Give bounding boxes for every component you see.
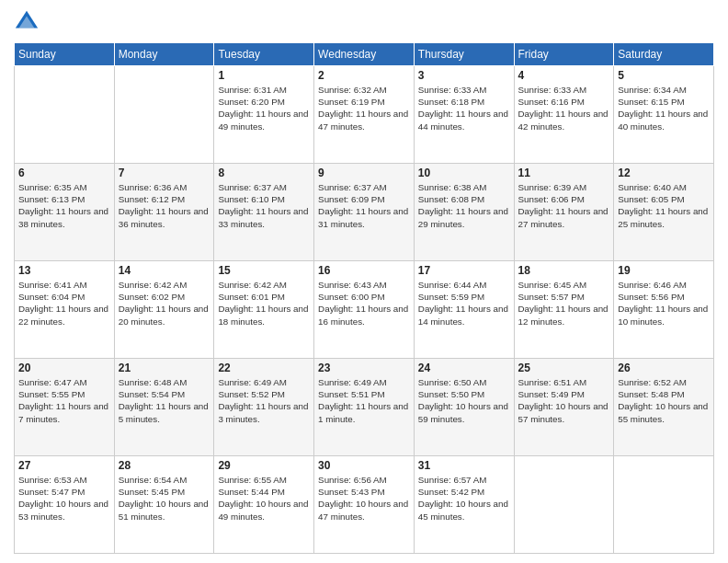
- day-number: 1: [218, 69, 310, 82]
- day-number: 9: [318, 167, 410, 179]
- day-info: Sunrise: 6:41 AM Sunset: 6:04 PM Dayligh…: [18, 279, 110, 327]
- day-info: Sunrise: 6:49 AM Sunset: 5:51 PM Dayligh…: [318, 376, 410, 425]
- calendar-cell: 31Sunrise: 6:57 AM Sunset: 5:42 PM Dayli…: [414, 456, 514, 554]
- day-info: Sunrise: 6:57 AM Sunset: 5:42 PM Dayligh…: [418, 474, 510, 523]
- calendar-cell: 21Sunrise: 6:48 AM Sunset: 5:54 PM Dayli…: [114, 359, 214, 456]
- day-number: 14: [119, 264, 210, 277]
- day-info: Sunrise: 6:50 AM Sunset: 5:50 PM Dayligh…: [418, 376, 510, 425]
- calendar-cell: 2Sunrise: 6:32 AM Sunset: 6:19 PM Daylig…: [314, 66, 415, 164]
- calendar-cell: 19Sunrise: 6:46 AM Sunset: 5:56 PM Dayli…: [614, 261, 714, 359]
- calendar-cell: 18Sunrise: 6:45 AM Sunset: 5:57 PM Dayli…: [514, 261, 614, 359]
- day-number: 3: [418, 69, 510, 82]
- calendar-cell: 8Sunrise: 6:37 AM Sunset: 6:10 PM Daylig…: [214, 164, 314, 261]
- day-number: 12: [618, 167, 710, 179]
- day-info: Sunrise: 6:49 AM Sunset: 5:52 PM Dayligh…: [218, 376, 310, 425]
- calendar-cell: 10Sunrise: 6:38 AM Sunset: 6:08 PM Dayli…: [414, 164, 514, 261]
- day-info: Sunrise: 6:37 AM Sunset: 6:09 PM Dayligh…: [318, 181, 410, 230]
- day-info: Sunrise: 6:34 AM Sunset: 6:15 PM Dayligh…: [618, 84, 710, 132]
- day-number: 4: [518, 69, 610, 82]
- day-number: 13: [18, 264, 110, 277]
- calendar-cell: 28Sunrise: 6:54 AM Sunset: 5:45 PM Dayli…: [114, 456, 214, 554]
- day-info: Sunrise: 6:52 AM Sunset: 5:48 PM Dayligh…: [618, 376, 710, 425]
- calendar-cell: 13Sunrise: 6:41 AM Sunset: 6:04 PM Dayli…: [15, 261, 115, 359]
- calendar-cell: 4Sunrise: 6:33 AM Sunset: 6:16 PM Daylig…: [514, 66, 614, 164]
- calendar-table: Sunday Monday Tuesday Wednesday Thursday…: [14, 42, 714, 554]
- day-number: 17: [418, 264, 510, 277]
- day-number: 2: [318, 69, 410, 82]
- calendar-cell: [114, 66, 214, 164]
- day-number: 30: [318, 459, 410, 472]
- day-info: Sunrise: 6:39 AM Sunset: 6:06 PM Dayligh…: [518, 181, 610, 230]
- calendar-week-4: 20Sunrise: 6:47 AM Sunset: 5:55 PM Dayli…: [15, 359, 714, 456]
- day-info: Sunrise: 6:36 AM Sunset: 6:12 PM Dayligh…: [119, 181, 210, 230]
- day-number: 24: [418, 362, 510, 374]
- day-info: Sunrise: 6:47 AM Sunset: 5:55 PM Dayligh…: [18, 376, 110, 425]
- day-number: 5: [618, 69, 710, 82]
- day-info: Sunrise: 6:45 AM Sunset: 5:57 PM Dayligh…: [518, 279, 610, 327]
- day-info: Sunrise: 6:37 AM Sunset: 6:10 PM Dayligh…: [218, 181, 310, 230]
- calendar-cell: 9Sunrise: 6:37 AM Sunset: 6:09 PM Daylig…: [314, 164, 415, 261]
- day-info: Sunrise: 6:32 AM Sunset: 6:19 PM Dayligh…: [318, 84, 410, 132]
- calendar-cell: 7Sunrise: 6:36 AM Sunset: 6:12 PM Daylig…: [114, 164, 214, 261]
- day-info: Sunrise: 6:35 AM Sunset: 6:13 PM Dayligh…: [18, 181, 110, 230]
- calendar-cell: 23Sunrise: 6:49 AM Sunset: 5:51 PM Dayli…: [314, 359, 415, 456]
- day-info: Sunrise: 6:55 AM Sunset: 5:44 PM Dayligh…: [218, 474, 310, 523]
- col-thursday: Thursday: [414, 43, 514, 66]
- day-info: Sunrise: 6:42 AM Sunset: 6:01 PM Dayligh…: [218, 279, 310, 327]
- col-saturday: Saturday: [614, 43, 714, 66]
- day-number: 16: [318, 264, 410, 277]
- day-number: 20: [18, 362, 110, 374]
- day-number: 28: [119, 459, 210, 472]
- day-info: Sunrise: 6:51 AM Sunset: 5:49 PM Dayligh…: [518, 376, 610, 425]
- day-number: 7: [119, 167, 210, 179]
- day-number: 29: [218, 459, 310, 472]
- day-info: Sunrise: 6:54 AM Sunset: 5:45 PM Dayligh…: [119, 474, 210, 523]
- logo: [14, 9, 43, 35]
- day-number: 27: [18, 459, 110, 472]
- calendar-cell: 17Sunrise: 6:44 AM Sunset: 5:59 PM Dayli…: [414, 261, 514, 359]
- day-number: 18: [518, 264, 610, 277]
- calendar-cell: [614, 456, 714, 554]
- calendar-cell: [514, 456, 614, 554]
- calendar-cell: 20Sunrise: 6:47 AM Sunset: 5:55 PM Dayli…: [15, 359, 115, 456]
- calendar-cell: 3Sunrise: 6:33 AM Sunset: 6:18 PM Daylig…: [414, 66, 514, 164]
- day-info: Sunrise: 6:33 AM Sunset: 6:16 PM Dayligh…: [518, 84, 610, 132]
- calendar-cell: 5Sunrise: 6:34 AM Sunset: 6:15 PM Daylig…: [614, 66, 714, 164]
- calendar-cell: 16Sunrise: 6:43 AM Sunset: 6:00 PM Dayli…: [314, 261, 415, 359]
- day-number: 22: [218, 362, 310, 374]
- day-number: 11: [518, 167, 610, 179]
- calendar-week-1: 1Sunrise: 6:31 AM Sunset: 6:20 PM Daylig…: [15, 66, 714, 164]
- calendar-cell: 1Sunrise: 6:31 AM Sunset: 6:20 PM Daylig…: [214, 66, 314, 164]
- day-number: 6: [18, 167, 110, 179]
- calendar-header-row: Sunday Monday Tuesday Wednesday Thursday…: [15, 43, 714, 66]
- calendar-cell: 29Sunrise: 6:55 AM Sunset: 5:44 PM Dayli…: [214, 456, 314, 554]
- col-sunday: Sunday: [15, 43, 115, 66]
- day-number: 23: [318, 362, 410, 374]
- day-number: 19: [618, 264, 710, 277]
- page: Sunday Monday Tuesday Wednesday Thursday…: [0, 0, 728, 563]
- logo-icon: [14, 9, 40, 35]
- col-monday: Monday: [114, 43, 214, 66]
- day-number: 21: [119, 362, 210, 374]
- col-friday: Friday: [514, 43, 614, 66]
- calendar-cell: 15Sunrise: 6:42 AM Sunset: 6:01 PM Dayli…: [214, 261, 314, 359]
- day-info: Sunrise: 6:56 AM Sunset: 5:43 PM Dayligh…: [318, 474, 410, 523]
- day-number: 26: [618, 362, 710, 374]
- day-info: Sunrise: 6:44 AM Sunset: 5:59 PM Dayligh…: [418, 279, 510, 327]
- day-number: 25: [518, 362, 610, 374]
- col-wednesday: Wednesday: [314, 43, 415, 66]
- calendar-cell: 25Sunrise: 6:51 AM Sunset: 5:49 PM Dayli…: [514, 359, 614, 456]
- col-tuesday: Tuesday: [214, 43, 314, 66]
- day-info: Sunrise: 6:33 AM Sunset: 6:18 PM Dayligh…: [418, 84, 510, 132]
- day-info: Sunrise: 6:38 AM Sunset: 6:08 PM Dayligh…: [418, 181, 510, 230]
- calendar-week-2: 6Sunrise: 6:35 AM Sunset: 6:13 PM Daylig…: [15, 164, 714, 261]
- calendar-week-3: 13Sunrise: 6:41 AM Sunset: 6:04 PM Dayli…: [15, 261, 714, 359]
- day-number: 10: [418, 167, 510, 179]
- day-info: Sunrise: 6:42 AM Sunset: 6:02 PM Dayligh…: [119, 279, 210, 327]
- calendar-cell: 27Sunrise: 6:53 AM Sunset: 5:47 PM Dayli…: [15, 456, 115, 554]
- calendar-cell: 6Sunrise: 6:35 AM Sunset: 6:13 PM Daylig…: [15, 164, 115, 261]
- day-number: 8: [218, 167, 310, 179]
- calendar-cell: 22Sunrise: 6:49 AM Sunset: 5:52 PM Dayli…: [214, 359, 314, 456]
- day-number: 31: [418, 459, 510, 472]
- header: [14, 9, 714, 35]
